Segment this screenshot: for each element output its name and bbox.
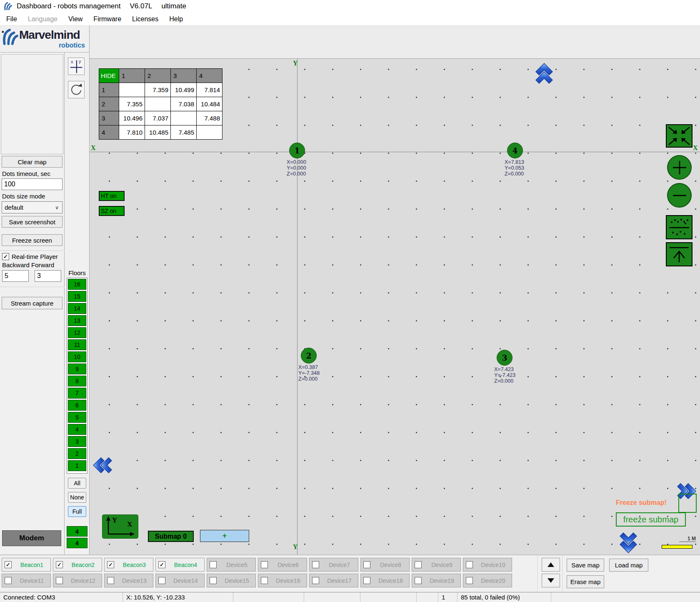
sz-toggle-button[interactable]: SZ on [99, 206, 125, 216]
backward-input[interactable]: 5 [2, 270, 29, 282]
checkbox-icon[interactable] [5, 561, 12, 568]
floor-button-16[interactable]: 16 [68, 279, 86, 290]
rotate-map-button[interactable] [68, 81, 85, 98]
floors-none-button[interactable]: None [68, 492, 86, 503]
save-screenshot-button[interactable]: Save screenshot [2, 216, 62, 228]
menu-view[interactable]: View [63, 14, 88, 25]
pan-left-icon[interactable] [92, 456, 113, 477]
dots-mode-button[interactable] [666, 215, 692, 241]
checkbox-icon[interactable] [261, 577, 268, 584]
floor-button-9[interactable]: 9 [68, 364, 86, 374]
menu-language[interactable]: Language [22, 14, 63, 25]
device-toggle-device19[interactable]: Device19 [412, 574, 461, 587]
checkbox-icon[interactable] [5, 577, 12, 584]
ht-toggle-button[interactable]: HT on [99, 191, 125, 201]
checkbox-icon[interactable] [210, 561, 217, 568]
checkbox-icon[interactable] [107, 561, 114, 568]
device-toggle-beacon3[interactable]: Beacon3 [104, 558, 153, 572]
forward-input[interactable]: 3 [35, 270, 61, 282]
floors-all-button[interactable]: All [68, 478, 86, 489]
stream-capture-button[interactable]: Stream capture [2, 297, 62, 309]
floor-button-11[interactable]: 11 [68, 339, 86, 350]
floors-full-button[interactable]: Full [68, 506, 86, 517]
checkbox-icon[interactable] [158, 577, 165, 584]
floor-button-6[interactable]: 6 [68, 400, 86, 411]
device-toggle-device18[interactable]: Device18 [360, 574, 410, 587]
checkbox-icon[interactable] [261, 561, 268, 568]
floor-button-7[interactable]: 7 [68, 388, 86, 399]
floor-button-3[interactable]: 3 [68, 436, 86, 447]
erase-map-button[interactable]: Erase map [567, 575, 604, 588]
beacon-marker-1[interactable]: 1 [289, 143, 305, 158]
floor-button-2[interactable]: 2 [68, 448, 86, 459]
table-hide-cell[interactable]: HIDE [99, 69, 119, 83]
follow-up-button[interactable] [666, 242, 692, 268]
device-toggle-device15[interactable]: Device15 [207, 574, 256, 587]
floor-button-10[interactable]: 10 [68, 351, 86, 362]
pan-down-icon[interactable] [619, 532, 638, 555]
freeze-screen-button[interactable]: Freeze screen [2, 234, 62, 246]
checkbox-icon[interactable] [56, 577, 63, 584]
device-toggle-device12[interactable]: Device12 [53, 574, 102, 587]
zoom-out-button[interactable] [667, 183, 692, 208]
checkbox-icon[interactable] [466, 577, 473, 584]
menu-help[interactable]: Help [164, 14, 188, 25]
checkbox-icon[interactable] [210, 577, 217, 584]
save-map-button[interactable]: Save map [567, 559, 604, 572]
device-toggle-device10[interactable]: Device10 [463, 558, 512, 572]
checkbox-icon[interactable] [107, 577, 114, 584]
dots-timeout-input[interactable]: 100 [2, 178, 62, 190]
distance-table[interactable]: HIDE123417.35910.4997.81427.3557.03810.4… [99, 68, 222, 140]
freeze-submap-button[interactable]: freeze submap [616, 512, 686, 527]
floor-extra-button-0[interactable]: 4 [67, 526, 88, 537]
checkbox-icon[interactable] [363, 577, 370, 584]
submap-0-button[interactable]: Submap 0 [148, 531, 194, 542]
device-toggle-device13[interactable]: Device13 [104, 574, 153, 587]
menu-file[interactable]: File [1, 14, 22, 25]
fit-view-button[interactable] [666, 124, 692, 149]
checkbox-icon[interactable] [312, 577, 319, 584]
device-toggle-beacon1[interactable]: Beacon1 [2, 558, 51, 572]
dots-size-select[interactable]: default ∨ [2, 201, 62, 213]
floor-button-5[interactable]: 5 [68, 412, 86, 423]
device-toggle-device20[interactable]: Device20 [463, 574, 512, 587]
map-area[interactable]: Y Y X X HIDE123417.35910.4997.81427.3557… [90, 58, 700, 554]
floor-button-13[interactable]: 13 [68, 315, 86, 326]
modem-button[interactable]: Modem [2, 530, 61, 546]
device-toggle-device7[interactable]: Device7 [309, 558, 358, 572]
floor-button-8[interactable]: 8 [68, 376, 86, 386]
floor-button-1[interactable]: 1 [68, 460, 86, 471]
beacon-marker-2[interactable]: 2 [301, 348, 317, 364]
device-toggle-beacon2[interactable]: Beacon2 [53, 558, 102, 572]
device-toggle-device8[interactable]: Device8 [360, 558, 410, 572]
menu-firmware[interactable]: Firmware [88, 14, 127, 25]
device-scroll-down-button[interactable] [542, 574, 560, 587]
menu-licenses[interactable]: Licenses [127, 14, 164, 25]
clear-map-button[interactable]: Clear map [2, 156, 62, 168]
device-toggle-device9[interactable]: Device9 [412, 558, 461, 572]
floor-button-14[interactable]: 14 [68, 303, 86, 314]
device-toggle-device17[interactable]: Device17 [309, 574, 358, 587]
device-toggle-device5[interactable]: Device5 [207, 558, 256, 572]
checkbox-icon[interactable] [466, 561, 473, 568]
floor-button-12[interactable]: 12 [68, 327, 86, 338]
checkbox-icon[interactable] [363, 561, 370, 568]
beacon-marker-3[interactable]: 3 [497, 350, 512, 366]
checkbox-icon[interactable] [415, 577, 422, 584]
load-map-button[interactable]: Load map [609, 559, 648, 572]
device-toggle-device16[interactable]: Device16 [258, 574, 307, 587]
floor-extra-button-1[interactable]: 4 [67, 538, 88, 548]
freeze-submap-checkbox[interactable] [678, 494, 697, 513]
axes-origin-button[interactable]: x y [68, 58, 85, 75]
checkbox-icon[interactable] [415, 561, 422, 568]
zoom-in-button[interactable] [667, 155, 692, 180]
checkbox-icon[interactable] [2, 253, 9, 260]
pan-up-icon[interactable] [535, 63, 554, 85]
beacon-marker-4[interactable]: 4 [507, 143, 523, 158]
device-toggle-device14[interactable]: Device14 [155, 574, 205, 587]
device-scroll-up-button[interactable] [542, 558, 560, 572]
checkbox-icon[interactable] [56, 561, 63, 568]
device-toggle-beacon4[interactable]: Beacon4 [155, 558, 205, 572]
floor-button-15[interactable]: 15 [68, 291, 86, 302]
checkbox-icon[interactable] [158, 561, 165, 568]
